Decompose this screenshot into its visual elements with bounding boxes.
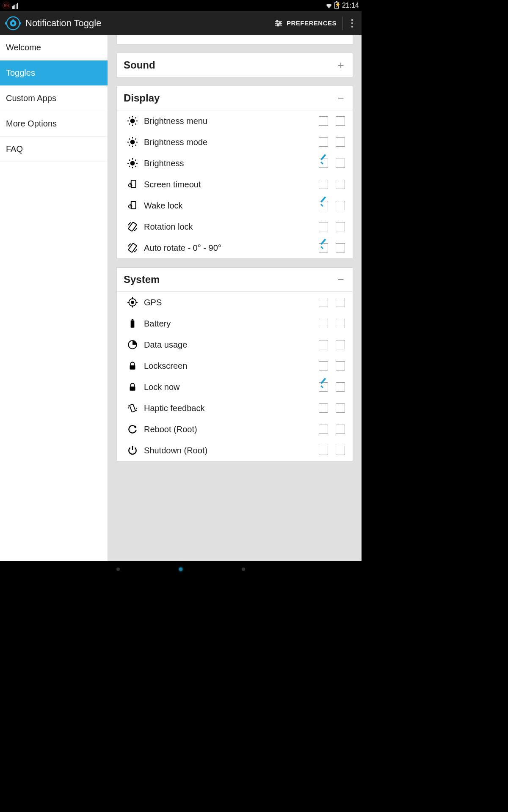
- checkbox-secondary[interactable]: [336, 425, 345, 434]
- checkbox-primary[interactable]: [319, 137, 328, 147]
- sidebar-item-toggles[interactable]: Toggles: [0, 60, 108, 86]
- checkbox-secondary[interactable]: [336, 180, 345, 189]
- sidebar-item-custom-apps[interactable]: Custom Apps: [0, 86, 108, 111]
- toggle-row[interactable]: Lockscreen: [117, 355, 353, 376]
- svg-rect-9: [279, 22, 281, 24]
- svg-line-64: [136, 408, 137, 409]
- checkbox-primary[interactable]: [319, 425, 328, 434]
- toggle-row[interactable]: Brightness: [117, 153, 353, 174]
- toggle-label: Wake lock: [144, 201, 311, 211]
- section-header-system[interactable]: System−: [117, 268, 353, 292]
- toggle-row[interactable]: Reboot (Root): [117, 419, 353, 440]
- toggle-row[interactable]: Rotation lock: [117, 216, 353, 237]
- battery-icon: [126, 317, 139, 330]
- checkbox-secondary[interactable]: [336, 319, 345, 328]
- toggle-row[interactable]: Shutdown (Root): [117, 440, 353, 461]
- svg-rect-60: [130, 404, 135, 412]
- checkbox-primary[interactable]: [319, 222, 328, 231]
- checkbox-secondary[interactable]: [336, 298, 345, 307]
- checkbox-primary[interactable]: [319, 201, 328, 210]
- svg-line-61: [128, 406, 129, 406]
- toggle-label: Shutdown (Root): [144, 446, 311, 455]
- toggle-label: Brightness menu: [144, 116, 311, 126]
- app-title: Notification Toggle: [25, 18, 268, 29]
- svg-line-24: [129, 139, 130, 140]
- power-icon: [126, 444, 139, 457]
- checkbox-secondary[interactable]: [336, 446, 345, 455]
- section-header-display[interactable]: Display−: [117, 86, 353, 110]
- sidebar-item-welcome[interactable]: Welcome: [0, 35, 108, 60]
- checkbox-secondary[interactable]: [336, 243, 345, 252]
- svg-point-12: [130, 119, 135, 123]
- checkbox-primary[interactable]: [319, 361, 328, 370]
- overflow-menu-button[interactable]: [343, 11, 362, 35]
- toggle-label: Haptic feedback: [144, 403, 311, 413]
- reboot-icon: [126, 423, 139, 436]
- toggle-row[interactable]: Brightness menu: [117, 110, 353, 132]
- toggle-label: Auto rotate - 0° - 90°: [144, 243, 311, 253]
- checkbox-primary[interactable]: [319, 243, 328, 252]
- svg-point-21: [130, 140, 135, 145]
- svg-rect-58: [130, 365, 135, 370]
- haptic-icon: [126, 402, 139, 414]
- svg-line-25: [135, 145, 136, 145]
- toggle-row[interactable]: Wake lock: [117, 195, 353, 216]
- collapse-icon: −: [336, 94, 346, 102]
- toggle-row[interactable]: Screen timeout: [117, 174, 353, 195]
- notification-count-badge: 99: [3, 2, 10, 9]
- svg-point-50: [131, 301, 134, 304]
- checkbox-primary[interactable]: [319, 298, 328, 307]
- toggle-label: Reboot (Root): [144, 425, 311, 434]
- checkbox-secondary[interactable]: [336, 361, 345, 370]
- overflow-icon: [351, 19, 353, 27]
- toggle-row[interactable]: Auto rotate - 0° - 90°: [117, 237, 353, 258]
- toggle-row[interactable]: Battery: [117, 313, 353, 334]
- brightness-icon: [126, 115, 139, 127]
- section-system: System−GPSBatteryData usageLockscreenLoc…: [116, 267, 353, 461]
- checkbox-secondary[interactable]: [336, 403, 345, 413]
- checkbox-primary[interactable]: [319, 319, 328, 328]
- expand-icon: +: [336, 61, 346, 69]
- checkbox-secondary[interactable]: [336, 340, 345, 349]
- timeout-icon: [126, 178, 139, 191]
- clock: 21:14: [342, 2, 359, 9]
- toggle-row[interactable]: GPS: [117, 292, 353, 313]
- checkbox-primary[interactable]: [319, 340, 328, 349]
- checkbox-secondary[interactable]: [336, 201, 345, 210]
- signal-bars-icon: [12, 2, 19, 9]
- checkbox-secondary[interactable]: [336, 382, 345, 392]
- section-title: Sound: [124, 59, 336, 71]
- toggle-row[interactable]: Lock now: [117, 376, 353, 398]
- toggle-row[interactable]: Haptic feedback: [117, 398, 353, 419]
- sidebar-item-more-options[interactable]: More Options: [0, 111, 108, 137]
- checkbox-secondary[interactable]: [336, 222, 345, 231]
- rotate-icon: [126, 241, 139, 254]
- checkbox-primary[interactable]: [319, 116, 328, 126]
- nav-back-button[interactable]: [116, 568, 120, 571]
- checkbox-primary[interactable]: [319, 403, 328, 413]
- toggle-label: Battery: [144, 319, 311, 329]
- toggle-label: Lockscreen: [144, 361, 311, 371]
- main-content[interactable]: Sound+Display−Brightness menuBrightness …: [108, 35, 362, 561]
- nav-recent-button[interactable]: [242, 568, 245, 571]
- svg-line-28: [129, 145, 130, 145]
- section-title: Display: [124, 92, 336, 104]
- sidebar-item-faq[interactable]: FAQ: [0, 137, 108, 162]
- svg-rect-55: [131, 320, 135, 327]
- nav-home-button[interactable]: [179, 568, 182, 571]
- checkbox-primary[interactable]: [319, 446, 328, 455]
- timeout-icon: [126, 199, 139, 212]
- preferences-button[interactable]: PREFERENCES: [268, 11, 342, 35]
- toggle-row[interactable]: Brightness mode: [117, 132, 353, 153]
- checkbox-primary[interactable]: [319, 159, 328, 168]
- toggle-row[interactable]: Data usage: [117, 334, 353, 355]
- svg-rect-59: [130, 387, 135, 391]
- toggle-label: Brightness mode: [144, 137, 311, 147]
- section-header-sound[interactable]: Sound+: [117, 53, 353, 77]
- checkbox-primary[interactable]: [319, 382, 328, 392]
- checkbox-secondary[interactable]: [336, 137, 345, 147]
- checkbox-secondary[interactable]: [336, 159, 345, 168]
- checkbox-primary[interactable]: [319, 180, 328, 189]
- action-bar: Notification Toggle PREFERENCES: [0, 11, 362, 35]
- checkbox-secondary[interactable]: [336, 116, 345, 126]
